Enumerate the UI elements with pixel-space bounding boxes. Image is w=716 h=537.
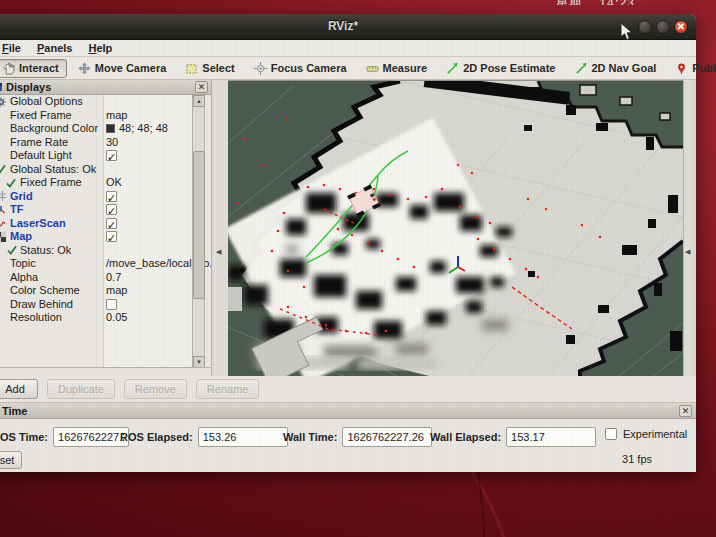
tree-row[interactable]: Fixed FrameOK <box>0 176 193 190</box>
tool-label: Move Camera <box>95 62 167 74</box>
right-splitter[interactable]: ◀ <box>683 80 692 376</box>
row-label: TF <box>10 203 23 216</box>
check-icon <box>6 178 16 188</box>
map-icon <box>0 232 6 242</box>
tree-row[interactable]: Alpha0.7 <box>0 271 193 285</box>
tree-row[interactable]: Resolution0.05 <box>0 311 193 325</box>
time-field-input[interactable] <box>53 427 129 447</box>
desktop-clock: 星期二 14:23 <box>556 0 635 5</box>
panel-splitter[interactable]: ◀ <box>213 80 228 376</box>
tree-row[interactable]: ▶Status: Ok <box>0 244 193 258</box>
reset-button[interactable]: Reset <box>0 451 22 469</box>
rename-button: Rename <box>196 379 260 399</box>
menubar: FilePanelsHelp <box>0 40 696 57</box>
displays-panel-title: Displays <box>6 81 195 93</box>
tf-icon <box>0 205 6 215</box>
3d-viewport[interactable] <box>228 80 683 376</box>
time-field-label: ROS Elapsed: <box>120 431 193 443</box>
time-field-input[interactable] <box>198 427 288 447</box>
time-field-input[interactable] <box>342 427 432 447</box>
titlebar[interactable]: RViz* ✕ <box>0 14 696 40</box>
row-value[interactable]: 30 <box>106 136 118 149</box>
tool-label: 2D Nav Goal <box>592 62 657 74</box>
row-label: Draw Behind <box>10 298 73 311</box>
menu-help[interactable]: Help <box>80 41 120 55</box>
row-checkbox[interactable]: ✓ <box>106 231 117 242</box>
tool-select[interactable]: Select <box>177 59 242 78</box>
row-checkbox[interactable]: ✓ <box>106 191 117 202</box>
close-button[interactable]: ✕ <box>674 20 688 34</box>
tool-interact[interactable]: Interact <box>0 59 67 78</box>
menu-panels[interactable]: Panels <box>29 41 80 55</box>
measure-icon <box>366 62 379 75</box>
row-label: LaserScan <box>10 217 66 230</box>
time-panel-header[interactable]: Time ✕ <box>0 403 696 419</box>
displays-panel-header[interactable]: Displays ✕ <box>0 80 211 95</box>
fps-counter: 31 fps <box>622 453 652 465</box>
minimize-button[interactable] <box>638 20 652 34</box>
row-value[interactable]: map <box>106 284 127 297</box>
displays-close-icon[interactable]: ✕ <box>195 81 208 93</box>
tool-move-camera[interactable]: Move Camera <box>70 59 175 78</box>
row-label: Resolution <box>10 311 62 324</box>
time-fields: Experimental ROS Time:ROS Elapsed:Wall T… <box>0 425 696 449</box>
row-value[interactable]: 48; 48; 48 <box>119 122 168 135</box>
tool-label: Measure <box>383 62 428 74</box>
row-checkbox[interactable]: ✓ <box>106 218 117 229</box>
add-button[interactable]: Add <box>0 379 38 399</box>
color-swatch[interactable] <box>106 124 115 133</box>
row-value[interactable]: map <box>106 109 127 122</box>
collapse-left-icon[interactable]: ◀ <box>216 248 221 256</box>
tool-label: 2D Pose Estimate <box>463 62 555 74</box>
tool-focus-camera[interactable]: Focus Camera <box>246 59 355 78</box>
row-value[interactable]: OK <box>106 176 122 189</box>
scroll-up-icon[interactable]: ▲ <box>193 95 205 107</box>
maximize-button[interactable] <box>656 20 670 34</box>
check-icon <box>7 245 17 255</box>
time-field-label: ROS Time: <box>0 431 48 443</box>
tool-label: Interact <box>19 62 59 74</box>
gear-icon <box>0 97 6 107</box>
tree-row[interactable]: TF✓ <box>0 203 193 217</box>
tool-2d-nav-goal[interactable]: 2D Nav Goal <box>567 59 665 78</box>
tree-row[interactable]: Grid✓ <box>0 190 193 204</box>
row-checkbox[interactable] <box>106 299 117 310</box>
tree-row[interactable]: Draw Behind <box>0 298 193 312</box>
time-field: ROS Elapsed: <box>120 425 288 449</box>
tree-row[interactable]: Color Schememap <box>0 284 193 298</box>
row-label: Fixed Frame <box>20 176 82 189</box>
experimental-checkbox[interactable] <box>605 428 617 440</box>
tool-publish-point[interactable]: Publish Point <box>667 59 716 78</box>
row-label: Color Scheme <box>10 284 80 297</box>
row-label: Map <box>10 230 32 243</box>
tree-row[interactable]: LaserScan✓ <box>0 217 193 231</box>
tree-row[interactable]: Default Light✓ <box>0 149 193 163</box>
focus-icon <box>254 62 267 75</box>
tree-row[interactable]: Fixed Framemap <box>0 109 193 123</box>
row-label: Frame Rate <box>10 136 68 149</box>
row-value[interactable]: 0.05 <box>106 311 127 324</box>
displays-scrollbar[interactable]: ▲ ▼ <box>192 95 205 368</box>
displays-icon <box>0 78 3 96</box>
scroll-down-icon[interactable]: ▼ <box>193 356 205 368</box>
time-close-icon[interactable]: ✕ <box>679 405 692 417</box>
tree-row[interactable]: Background Color48; 48; 48 <box>0 122 193 136</box>
row-checkbox[interactable]: ✓ <box>106 150 117 161</box>
row-value[interactable]: 0.7 <box>106 271 121 284</box>
tree-row[interactable]: Map✓ <box>0 230 193 244</box>
tool-2d-pose-estimate[interactable]: 2D Pose Estimate <box>438 59 563 78</box>
menu-file[interactable]: File <box>0 41 29 55</box>
rviz-window: RViz* ✕ FilePanelsHelp InteractMove Came… <box>0 14 696 472</box>
experimental-group: Experimental <box>605 428 687 440</box>
row-checkbox[interactable]: ✓ <box>106 204 117 215</box>
scrollbar-thumb[interactable] <box>193 151 205 299</box>
desktop: 星期二 14:23 RViz* ✕ FilePanelsHelp Interac… <box>0 0 716 537</box>
tool-measure[interactable]: Measure <box>358 59 436 78</box>
time-field-input[interactable] <box>506 427 596 447</box>
tree-row[interactable]: Global Status: Ok <box>0 163 193 177</box>
collapse-right-icon[interactable]: ◀ <box>685 248 690 256</box>
tree-row[interactable]: Global Options <box>0 95 193 109</box>
grid-icon <box>0 191 6 201</box>
tree-row[interactable]: Topic/move_base/local_co.. <box>0 257 193 271</box>
tree-row[interactable]: Frame Rate30 <box>0 136 193 150</box>
